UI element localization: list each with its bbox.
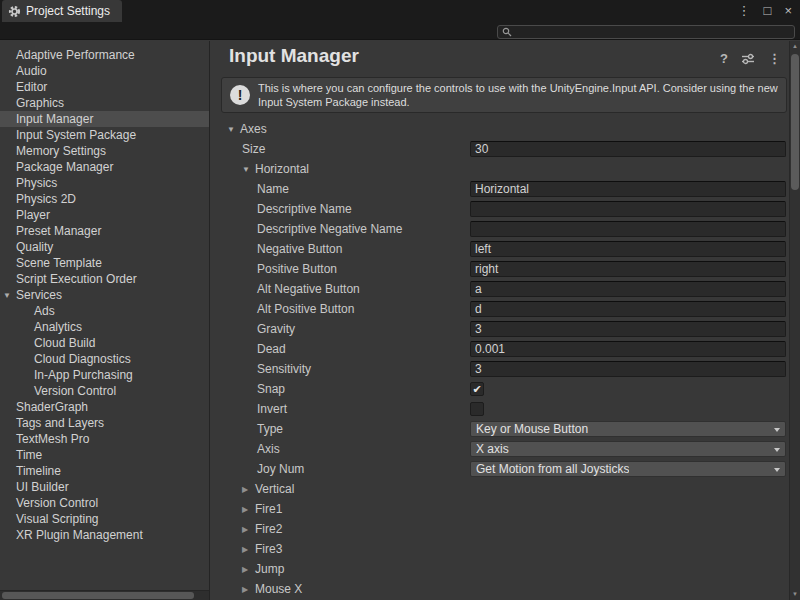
property-label-text: Positive Button <box>257 262 337 276</box>
foldout-arrow-icon[interactable] <box>242 585 255 594</box>
search-input[interactable] <box>515 26 790 38</box>
sidebar-item-cloud-diagnostics[interactable]: Cloud Diagnostics <box>0 351 209 367</box>
sidebar-item-physics[interactable]: Physics <box>0 175 209 191</box>
foldout-arrow-icon[interactable] <box>242 165 255 174</box>
property-label-text: Descriptive Negative Name <box>257 222 402 236</box>
field-gravity[interactable] <box>470 321 786 337</box>
field-size[interactable] <box>470 141 786 157</box>
property-label-text: Axis <box>257 442 280 456</box>
property-label[interactable]: Axes <box>211 119 789 139</box>
tab-project-settings[interactable]: Project Settings <box>2 0 122 22</box>
sidebar-item-version-control[interactable]: Version Control <box>0 383 209 399</box>
dropdown-type[interactable]: Key or Mouse Button <box>470 421 786 437</box>
window-controls: ⋮ □ × <box>738 0 792 22</box>
property-label-text: Descriptive Name <box>257 202 352 216</box>
sidebar-item-ads[interactable]: Ads <box>0 303 209 319</box>
field-dead[interactable] <box>470 341 786 357</box>
window-maximize-icon[interactable]: □ <box>764 0 772 22</box>
field-alt-positive-button[interactable] <box>470 301 786 317</box>
sidebar-item-cloud-build[interactable]: Cloud Build <box>0 335 209 351</box>
sidebar-item-label: Audio <box>16 64 47 78</box>
foldout-arrow-icon[interactable] <box>242 505 255 514</box>
sidebar-item-scene-template[interactable]: Scene Template <box>0 255 209 271</box>
sidebar-item-label: Analytics <box>34 320 82 334</box>
field-name[interactable] <box>470 181 786 197</box>
sidebar-item-in-app-purchasing[interactable]: In-App Purchasing <box>0 367 209 383</box>
vertical-scrollbar[interactable]: ▲ ▼ <box>789 41 800 600</box>
sidebar-item-script-execution-order[interactable]: Script Execution Order <box>0 271 209 287</box>
foldout-arrow-icon[interactable] <box>227 125 240 134</box>
vertical-scrollbar-thumb[interactable] <box>791 54 799 190</box>
sidebar-item-input-system-package[interactable]: Input System Package <box>0 127 209 143</box>
sidebar-item-label: XR Plugin Management <box>16 528 143 542</box>
dropdown-axis[interactable]: X axis <box>470 441 786 457</box>
sidebar-item-label: Editor <box>16 80 47 94</box>
sidebar-item-adaptive-performance[interactable]: Adaptive Performance <box>0 47 209 63</box>
sidebar-item-physics-2d[interactable]: Physics 2D <box>0 191 209 207</box>
sidebar-item-quality[interactable]: Quality <box>0 239 209 255</box>
sidebar-item-label: Graphics <box>16 96 64 110</box>
dropdown-joy-num[interactable]: Get Motion from all Joysticks <box>470 461 786 477</box>
property-label[interactable]: Fire3 <box>211 539 789 559</box>
sidebar-item-label: Scene Template <box>16 256 102 270</box>
sidebar-item-input-manager[interactable]: Input Manager <box>0 111 209 127</box>
property-label[interactable]: Vertical <box>211 479 789 499</box>
foldout-arrow-icon[interactable] <box>242 485 255 494</box>
help-icon[interactable]: ? <box>720 51 728 66</box>
sidebar-item-time[interactable]: Time <box>0 447 209 463</box>
sidebar-item-tags-and-layers[interactable]: Tags and Layers <box>0 415 209 431</box>
checkbox-snap[interactable] <box>470 382 484 396</box>
property-row-positive-button: Positive Button <box>211 259 789 279</box>
sidebar-item-timeline[interactable]: Timeline <box>0 463 209 479</box>
foldout-arrow-icon[interactable] <box>242 525 255 534</box>
sidebar-item-memory-settings[interactable]: Memory Settings <box>0 143 209 159</box>
sidebar-item-package-manager[interactable]: Package Manager <box>0 159 209 175</box>
horizontal-scrollbar[interactable] <box>0 590 210 600</box>
scroll-down-icon[interactable]: ▼ <box>790 589 800 600</box>
search-field[interactable] <box>497 25 795 39</box>
property-label[interactable]: Horizontal <box>211 159 789 179</box>
sidebar-item-ui-builder[interactable]: UI Builder <box>0 479 209 495</box>
sidebar-item-services[interactable]: Services <box>0 287 209 303</box>
property-label[interactable]: Jump <box>211 559 789 579</box>
window-close-icon[interactable]: × <box>784 0 792 22</box>
property-label[interactable]: Fire2 <box>211 519 789 539</box>
sidebar-item-version-control[interactable]: Version Control <box>0 495 209 511</box>
sidebar-item-graphics[interactable]: Graphics <box>0 95 209 111</box>
property-row-gravity: Gravity <box>211 319 789 339</box>
sidebar-item-audio[interactable]: Audio <box>0 63 209 79</box>
sidebar-item-shadergraph[interactable]: ShaderGraph <box>0 399 209 415</box>
field-descriptive-name[interactable] <box>470 201 786 217</box>
field-sensitivity[interactable] <box>470 361 786 377</box>
sidebar-item-textmesh-pro[interactable]: TextMesh Pro <box>0 431 209 447</box>
property-list: AxesSizeHorizontalNameDescriptive NameDe… <box>211 119 789 599</box>
field-positive-button[interactable] <box>470 261 786 277</box>
foldout-arrow-icon[interactable] <box>242 565 255 574</box>
more-icon[interactable]: ⋮ <box>768 51 781 66</box>
sidebar-item-label: Tags and Layers <box>16 416 104 430</box>
horizontal-scrollbar-thumb[interactable] <box>2 592 194 599</box>
sidebar-item-player[interactable]: Player <box>0 207 209 223</box>
checkbox-invert[interactable] <box>470 402 484 416</box>
property-label[interactable]: Mouse X <box>211 579 789 599</box>
sidebar-item-editor[interactable]: Editor <box>0 79 209 95</box>
foldout-arrow-icon[interactable] <box>242 545 255 554</box>
field-negative-button[interactable] <box>470 241 786 257</box>
field-alt-negative-button[interactable] <box>470 281 786 297</box>
sidebar-item-xr-plugin-management[interactable]: XR Plugin Management <box>0 527 209 543</box>
field-descriptive-negative-name[interactable] <box>470 221 786 237</box>
project-settings-window: Project Settings ⋮ □ × Adaptive Performa… <box>0 0 800 600</box>
window-menu-icon[interactable]: ⋮ <box>738 0 751 22</box>
foldout-arrow-icon[interactable] <box>3 291 16 300</box>
property-label-text: Mouse X <box>255 582 302 596</box>
sidebar-item-preset-manager[interactable]: Preset Manager <box>0 223 209 239</box>
scroll-up-icon[interactable]: ▲ <box>790 41 800 52</box>
sidebar-item-label: Services <box>16 288 62 302</box>
sidebar-item-label: UI Builder <box>16 480 69 494</box>
sidebar-item-visual-scripting[interactable]: Visual Scripting <box>0 511 209 527</box>
property-label[interactable]: Fire1 <box>211 499 789 519</box>
property-row-sensitivity: Sensitivity <box>211 359 789 379</box>
presets-icon[interactable] <box>741 52 755 66</box>
sidebar-item-analytics[interactable]: Analytics <box>0 319 209 335</box>
property-label-text: Invert <box>257 402 287 416</box>
